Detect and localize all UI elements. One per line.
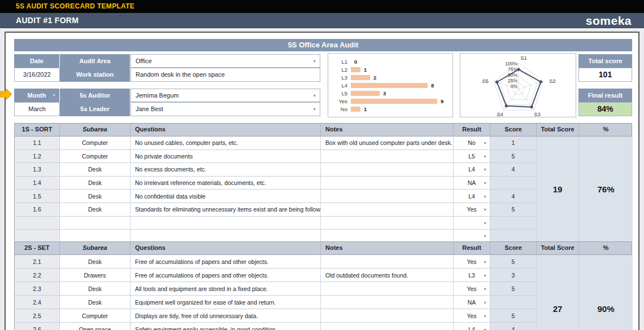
cell-question: All tools and equipment are stored in a … [130,282,321,295]
radar-axis-label: S3 [534,111,541,117]
chevron-down-icon: ▼ [484,221,487,225]
cell-note [321,217,454,230]
total-score-value: 101 [578,68,632,82]
audit-area-value: Office [136,58,152,64]
result-value: Yes [467,313,476,319]
bar-label: No [334,106,347,112]
result-dropdown[interactable]: No▼ [454,137,490,149]
cell-subarea [60,230,130,243]
result-value: NA [468,299,476,306]
chevron-down-icon: ▼ [484,154,487,158]
chevron-down-icon: ▼ [484,327,487,330]
section-body: 2.1DeskFree of accumulations of papers a… [15,255,632,330]
result-dropdown[interactable]: ▼ [454,217,490,230]
cell-id: 2.6 [15,323,60,330]
cell-question: No private documents [130,150,321,163]
audit-section: 2S - SETSubareaQuestionsNotesResultScore… [14,241,632,330]
cell-score: 5 [490,150,537,163]
result-dropdown[interactable]: L4▼ [454,323,490,330]
questions-header: Questions [130,124,321,136]
chevron-down-icon: ▼ [484,234,487,238]
month-label: Month [28,92,46,99]
radar-series [497,69,541,107]
section-name-header: 2S - SET [15,242,60,254]
audit-section: 1S - SORTSubareaQuestionsNotesResultScor… [14,123,632,243]
cell-id: 2.4 [15,296,60,309]
cell-question: No unused cables, computer parts, etc. [130,137,321,149]
date-field[interactable]: 3/16/2022 [14,68,60,82]
leader-label: 5s Leader [60,102,130,116]
chevron-down-icon: ▼ [484,314,487,318]
cell-id: 1.5 [15,190,60,203]
auditor-select[interactable]: Jemima Begum ▼ [130,89,320,102]
cell-subarea: Desk [60,177,130,190]
cell-note [321,296,454,309]
audit-area-select[interactable]: Office ▼ [130,54,320,68]
bar-row: L32 [334,73,452,81]
auditor-label: 5s Auditor [60,89,130,102]
cell-id: 1.2 [15,150,60,163]
bar-row: No1 [334,105,452,113]
result-dropdown[interactable]: L3▼ [454,269,490,281]
subarea-header: Subarea [60,124,130,136]
cell-id: 2.3 [15,282,60,295]
cell-score [490,217,537,230]
result-dropdown[interactable]: Yes▼ [454,282,490,295]
work-station-field[interactable]: Random desk in the open space [130,68,320,82]
cell-note [321,190,454,203]
section-total-score: 27 [537,255,579,330]
bar-value: 8 [431,82,434,89]
audit-area-label: Audit Area [60,54,130,68]
result-value: L5 [468,153,475,160]
table-row: ▼ [15,230,537,243]
chevron-down-icon: ▼ [313,103,316,116]
result-header: Result [454,242,490,254]
table-row: 1.6DeskStandards for eliminating unneces… [15,203,537,217]
cell-subarea: Computer [60,137,130,149]
cell-note [321,150,454,163]
chevron-down-icon: ▼ [313,90,316,102]
bar-value: 3 [383,90,386,96]
result-dropdown[interactable]: NA▼ [454,177,490,190]
bar-value: 1 [364,67,367,73]
cell-question: Free of accumulations of papers and othe… [130,269,321,281]
month-dropdown[interactable]: Month ▼ [14,89,59,102]
bar [351,83,428,88]
cell-subarea: Computer [60,309,130,322]
bar-row: L48 [334,81,452,89]
cell-subarea [60,217,130,230]
cell-score [490,230,537,243]
chevron-down-icon: ▼ [53,89,56,102]
bar-label: L2 [334,67,347,73]
bar-label: Yes [334,98,347,104]
result-dropdown[interactable]: L4▼ [454,163,490,176]
chevron-down-icon: ▼ [484,259,487,263]
section-header-row: 1S - SORTSubareaQuestionsNotesResultScor… [15,124,632,137]
section-total-score: 19 [537,137,579,243]
result-dropdown[interactable]: L5▼ [454,150,490,163]
form-title-bar: AUDIT #1 FORM someka [0,13,644,28]
chevron-down-icon: ▼ [484,300,487,304]
result-dropdown[interactable]: NA▼ [454,296,490,309]
chevron-down-icon: ▼ [484,287,487,291]
cell-subarea: Desk [60,282,130,295]
result-dropdown[interactable]: Yes▼ [454,309,490,322]
month-value-field[interactable]: March [14,102,60,116]
subarea-header: Subarea [60,242,130,254]
questions-header: Questions [130,242,321,254]
radar-tick-label: 0% [511,83,518,89]
cell-note: Old outdated documents found. [321,269,454,281]
cell-id: 1.6 [15,203,60,216]
cell-question: Displays are tidy, free of old unnecessa… [130,309,321,322]
score-header: Score [490,242,537,254]
leader-select[interactable]: Jane Best ▼ [130,102,320,116]
table-row: 2.2DrawersFree of accumulations of paper… [15,269,537,282]
result-dropdown[interactable]: ▼ [454,230,490,243]
cell-subarea: Computer [60,150,130,163]
result-dropdown[interactable]: L4▼ [454,190,490,203]
result-dropdown[interactable]: Yes▼ [454,203,490,216]
bar-label: L1 [334,59,347,65]
cell-id [15,217,60,230]
result-dropdown[interactable]: Yes▼ [454,255,490,268]
total-score-label: Total score [578,54,632,68]
